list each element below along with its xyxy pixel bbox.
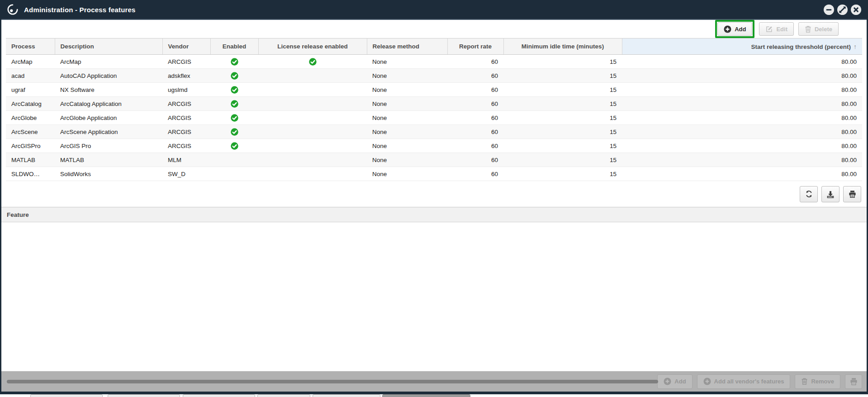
download-icon	[826, 190, 835, 198]
table-row[interactable]: ArcMap ArcMap ARCGIS None 60 15 80.00	[6, 55, 862, 69]
process-cell: ArcGlobe	[6, 111, 55, 125]
app-logo-icon	[7, 4, 19, 15]
column-header-process[interactable]: Process	[6, 38, 55, 55]
license-release-enabled-cell	[258, 139, 367, 153]
green-check-icon	[231, 86, 238, 94]
release-method-cell: None	[367, 69, 447, 83]
release-method-cell: None	[367, 97, 447, 111]
minimum-idle-time-cell: 15	[503, 167, 622, 181]
enabled-cell	[210, 69, 258, 83]
green-check-icon	[231, 100, 238, 108]
sort-ascending-icon: ↑	[854, 43, 857, 50]
column-header-minimum-idle-time[interactable]: Minimum idle time (minutes)	[503, 38, 622, 55]
feature-add-button[interactable]: Add	[657, 374, 692, 389]
background-tab[interactable]	[30, 394, 103, 397]
release-method-cell: None	[367, 167, 447, 181]
process-table-body: ArcMap ArcMap ARCGIS None 60 15 80.00 ac…	[6, 55, 862, 181]
process-cell: MATLAB	[6, 153, 55, 167]
export-button[interactable]	[821, 186, 840, 202]
description-cell: ArcScene Application	[55, 125, 162, 139]
delete-button-label: Delete	[815, 26, 832, 33]
minimum-idle-time-cell: 15	[503, 153, 622, 167]
release-method-cell: None	[367, 55, 447, 69]
background-tab[interactable]	[313, 394, 380, 397]
horizontal-scrollbar[interactable]	[7, 380, 658, 383]
column-header-license-release-enabled[interactable]: License release enabled	[258, 38, 367, 55]
minimum-idle-time-cell: 15	[503, 69, 622, 83]
printer-icon	[849, 378, 858, 386]
plus-circle-icon	[724, 25, 731, 33]
start-releasing-threshold-cell: 80.00	[622, 167, 862, 181]
feature-print-button[interactable]	[845, 374, 862, 389]
vendor-cell: MLM	[162, 153, 210, 167]
background-tab-active[interactable]	[382, 394, 470, 397]
column-header-start-releasing-threshold[interactable]: Start releasing threshold (percent)↑	[622, 38, 862, 55]
table-row[interactable]: MATLAB MATLAB MLM None 60 15 80.00	[6, 153, 862, 167]
feature-panel-header: Feature	[1, 207, 867, 222]
green-check-icon	[231, 114, 238, 122]
release-method-cell: None	[367, 125, 447, 139]
enabled-cell	[210, 55, 258, 69]
plus-circle-icon	[664, 378, 671, 385]
enabled-cell	[210, 97, 258, 111]
vendor-cell: adskflex	[162, 69, 210, 83]
report-rate-cell: 60	[447, 139, 503, 153]
minimize-button[interactable]	[824, 5, 834, 15]
plus-circle-icon	[703, 378, 711, 385]
description-cell: MATLAB	[55, 153, 162, 167]
add-button[interactable]: Add	[717, 22, 752, 36]
start-releasing-threshold-cell: 80.00	[622, 83, 862, 97]
license-release-enabled-cell	[258, 153, 367, 167]
column-header-enabled[interactable]: Enabled	[210, 38, 258, 55]
edit-button-label: Edit	[776, 26, 787, 33]
description-cell: ArcGIS Pro	[55, 139, 162, 153]
minimum-idle-time-cell: 15	[503, 111, 622, 125]
grid-toolbar: Add Edit Delete	[1, 20, 867, 38]
table-row[interactable]: SLDWO… SolidWorks SW_D None 60 15 80.00	[6, 167, 862, 181]
enabled-cell	[210, 111, 258, 125]
description-cell: ArcCatalog Application	[55, 97, 162, 111]
background-tab[interactable]	[257, 394, 310, 397]
process-cell: ugraf	[6, 83, 55, 97]
license-release-enabled-cell	[258, 83, 367, 97]
table-row[interactable]: ArcScene ArcScene Application ARCGIS Non…	[6, 125, 862, 139]
background-tab[interactable]	[108, 394, 180, 397]
feature-remove-button[interactable]: Remove	[795, 374, 840, 389]
restore-button[interactable]	[837, 5, 848, 15]
background-tab[interactable]	[183, 394, 255, 397]
feature-column-label: Feature	[7, 211, 29, 218]
column-header-release-method[interactable]: Release method	[367, 38, 447, 55]
delete-button[interactable]: Delete	[798, 22, 839, 36]
enabled-cell	[210, 167, 258, 181]
start-releasing-threshold-cell: 80.00	[622, 97, 862, 111]
enabled-cell	[210, 139, 258, 153]
feature-list-empty-area	[1, 222, 867, 371]
table-row[interactable]: acad AutoCAD Application adskflex None 6…	[6, 69, 862, 83]
license-release-enabled-cell	[258, 55, 367, 69]
column-header-report-rate[interactable]: Report rate	[447, 38, 503, 55]
table-row[interactable]: ArcCatalog ArcCatalog Application ARCGIS…	[6, 97, 862, 111]
table-row[interactable]: ugraf NX Software ugslmd None 60 15 80.0…	[6, 83, 862, 97]
refresh-button[interactable]	[800, 186, 818, 202]
feature-remove-label: Remove	[811, 378, 834, 385]
description-cell: ArcMap	[55, 55, 162, 69]
close-button[interactable]	[851, 5, 861, 15]
green-check-icon	[309, 58, 317, 66]
process-grid: Process Description Vendor Enabled Licen…	[1, 38, 867, 181]
license-release-enabled-cell	[258, 69, 367, 83]
green-check-icon	[231, 128, 238, 136]
process-table: Process Description Vendor Enabled Licen…	[6, 38, 862, 181]
release-method-cell: None	[367, 153, 447, 167]
minimum-idle-time-cell: 15	[503, 125, 622, 139]
add-all-vendors-features-button[interactable]: Add all vendor's features	[697, 374, 791, 389]
column-header-vendor[interactable]: Vendor	[162, 38, 210, 55]
print-button[interactable]	[843, 186, 861, 202]
table-row[interactable]: ArcGlobe ArcGlobe Application ARCGIS Non…	[6, 111, 862, 125]
column-header-description[interactable]: Description	[55, 38, 162, 55]
table-header-row: Process Description Vendor Enabled Licen…	[6, 38, 862, 55]
vendor-cell: ARCGIS	[162, 139, 210, 153]
table-row[interactable]: ArcGISPro ArcGIS Pro ARCGIS None 60 15 8…	[6, 139, 862, 153]
edit-button[interactable]: Edit	[759, 22, 794, 36]
description-cell: SolidWorks	[55, 167, 162, 181]
vendor-cell: ugslmd	[162, 83, 210, 97]
